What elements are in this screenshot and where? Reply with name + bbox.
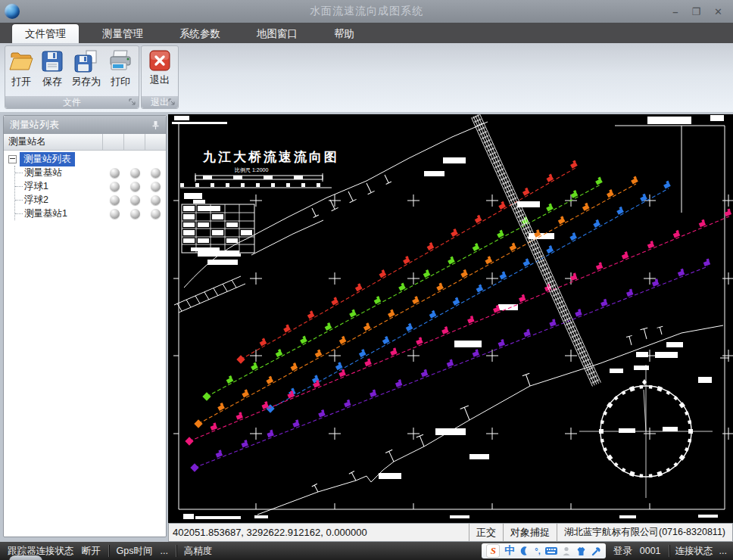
station-label[interactable]: 测量基站 (23, 166, 104, 179)
drawing-scale-label: 比例尺 1:2000 (235, 167, 268, 173)
station-label[interactable]: 测量基站1 (23, 207, 104, 220)
ime-punctuation-toggle[interactable]: °, (535, 546, 540, 555)
station-row-float1[interactable]: 浮球1 (15, 179, 166, 193)
tab-help[interactable]: 帮助 (321, 24, 367, 43)
exit-icon (149, 50, 170, 71)
precision-status[interactable]: 高精度 (176, 545, 220, 557)
grid-cross-markers (250, 194, 733, 440)
file-group-launcher-icon[interactable] (129, 98, 136, 106)
ime-skin-shirt-icon[interactable] (575, 546, 587, 556)
exit-group-launcher-icon[interactable] (168, 98, 176, 106)
status-sphere-icon (110, 209, 120, 219)
save-as-icon (74, 50, 98, 73)
status-sphere-icon (151, 182, 161, 191)
station-grid-header[interactable]: 测量站名 (4, 134, 166, 151)
status-sphere-icon (130, 209, 140, 219)
ime-settings-wrench-icon[interactable] (591, 546, 601, 556)
track-orange (194, 176, 638, 428)
ortho-toggle[interactable]: 正交 (469, 524, 503, 541)
station-label[interactable]: 浮球1 (23, 180, 104, 193)
track-purple (190, 259, 710, 472)
tab-file-management[interactable]: 文件管理 (12, 24, 79, 43)
exit-button[interactable]: 退出 (145, 48, 174, 89)
tab-system-parameters[interactable]: 系统参数 (167, 24, 233, 43)
shoreline-lower (257, 325, 723, 515)
tree-guide (15, 186, 23, 187)
station-label[interactable]: 浮球2 (23, 194, 104, 207)
precision-label: 高精度 (184, 545, 213, 558)
ime-user-icon[interactable] (562, 546, 571, 556)
exit-button-label: 退出 (150, 73, 170, 87)
station-panel-header: 测量站列表 (4, 116, 166, 134)
login-label: 登录 (613, 545, 632, 558)
ime-fullhalf-moon-icon[interactable] (519, 546, 530, 556)
restore-button[interactable]: ❐ (691, 6, 700, 17)
tab-map-window[interactable]: 地图窗口 (244, 24, 310, 43)
station-tree: 测量站列表 测量基站 浮球1 (4, 151, 166, 220)
minimize-button[interactable]: – (672, 6, 678, 17)
scale-bars (180, 173, 332, 188)
tree-guide (15, 173, 23, 173)
connection-status[interactable]: 连接状态 ... (669, 545, 733, 558)
sogou-logo-icon[interactable]: S (486, 544, 500, 558)
status-sphere-icon (130, 182, 140, 191)
data-table (182, 193, 254, 257)
station-row-base[interactable]: 测量基站 (15, 166, 166, 179)
gps-time[interactable]: Gps时间 ... (109, 545, 176, 557)
status-sphere-icon (130, 168, 140, 178)
tree-guide (15, 200, 23, 201)
connection-status-value: ... (719, 546, 727, 556)
print-button[interactable]: 打印 (104, 48, 136, 90)
open-button[interactable]: 打开 (5, 48, 37, 90)
ribbon: 打开 保存 (0, 43, 733, 113)
tracker-status-value: 断开 (82, 545, 101, 558)
print-button-label: 打印 (111, 75, 130, 89)
column-indicator-1[interactable] (102, 134, 123, 150)
station-row-float2[interactable]: 浮球2 (15, 193, 166, 207)
connection-status-label: 连接状态 (675, 545, 713, 558)
drawing-title: 九江大桥流速流向图 (202, 150, 339, 164)
status-sphere-icon (110, 182, 120, 191)
collapse-icon[interactable] (8, 155, 17, 163)
tab-survey-management[interactable]: 测量管理 (89, 24, 156, 43)
wharf-structure (174, 276, 245, 313)
window-title: 水面流速流向成图系统 (0, 5, 733, 18)
bridge-band (472, 114, 601, 386)
gps-time-value: ... (160, 546, 167, 556)
save-as-button[interactable]: 另存为 (67, 48, 104, 90)
pin-icon[interactable] (151, 120, 160, 130)
workspace: 测量站列表 测量站名 测量站列表 测量基站 (0, 112, 733, 542)
taskbar-peek-button[interactable] (9, 555, 42, 560)
save-as-button-label: 另存为 (71, 75, 101, 89)
ime-toolbar[interactable]: S 中 °, (482, 543, 605, 558)
ime-language-toggle[interactable]: 中 (504, 544, 515, 558)
status-sphere-icon (110, 168, 120, 178)
column-station-name[interactable]: 测量站名 (4, 135, 102, 148)
cad-drawing: 九江大桥流速流向图 比例尺 1:2000 (168, 114, 733, 523)
column-indicator-3[interactable] (145, 134, 166, 150)
company-label: 湖北蓝宇航标有限公司(0716-8320811) (557, 524, 732, 541)
tree-guide (15, 213, 23, 214)
cad-map-viewport[interactable]: 九江大桥流速流向图 比例尺 1:2000 (168, 114, 733, 523)
group-file-label: 文件 (63, 96, 81, 109)
track-blue (266, 181, 670, 413)
column-indicator-2[interactable] (123, 134, 145, 150)
tree-root-row[interactable]: 测量站列表 (4, 152, 166, 166)
open-folder-icon (9, 50, 33, 73)
ribbon-group-file: 打开 保存 (5, 45, 139, 109)
login-id: 0001 (640, 546, 661, 556)
tree-root-label[interactable]: 测量站列表 (20, 152, 75, 166)
ime-soft-keyboard-icon[interactable] (545, 546, 557, 555)
object-snap-toggle[interactable]: 对象捕捉 (503, 524, 557, 541)
print-icon (108, 50, 133, 73)
station-list-panel: 测量站列表 测量站名 测量站列表 测量基站 (3, 115, 167, 537)
station-panel-title: 测量站列表 (10, 118, 59, 132)
gps-time-label: Gps时间 (117, 545, 153, 558)
app-window: { "titlebar": { "title": "水面流速流向成图系统", "… (0, 0, 733, 560)
cursor-coordinates: 402051.853687, 3292622.912162, 0.000000 (169, 527, 469, 538)
save-button[interactable]: 保存 (37, 48, 67, 90)
flow-track-lines (185, 160, 731, 472)
login-status[interactable]: 登录 0001 (606, 545, 669, 557)
close-button[interactable]: ✕ (714, 6, 722, 17)
station-row-base1[interactable]: 测量基站1 (15, 207, 166, 220)
